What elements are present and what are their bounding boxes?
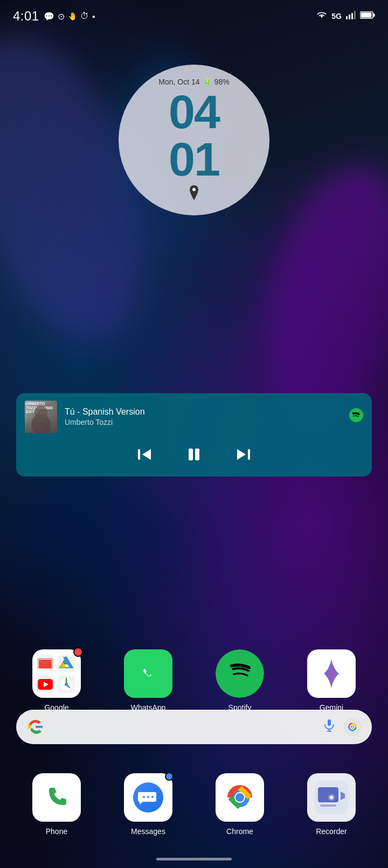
- svg-point-44: [330, 796, 333, 799]
- svg-point-9: [34, 406, 47, 419]
- svg-rect-3: [354, 11, 356, 19]
- chrome-app-label: Chrome: [226, 827, 253, 836]
- svg-rect-13: [195, 449, 199, 460]
- google-app-label: Google: [44, 703, 68, 712]
- google-logo: [27, 718, 44, 736]
- svg-point-10: [349, 408, 363, 422]
- svg-rect-6: [361, 13, 372, 18]
- svg-rect-40: [318, 787, 338, 802]
- google-folder-app[interactable]: Google: [16, 649, 97, 712]
- recorder-app-label: Recorder: [316, 827, 347, 836]
- svg-rect-42: [320, 804, 336, 807]
- clock-hours: 04: [169, 88, 219, 136]
- messages-app[interactable]: Messages: [108, 773, 189, 836]
- phone-app-label: Phone: [46, 827, 67, 836]
- chrome-app[interactable]: Chrome: [199, 773, 280, 836]
- camera-ring-icon: ⊙: [58, 11, 65, 22]
- chrome-icon: [216, 773, 264, 822]
- clock-widget: Mon, Oct 14 🔋 98% 04 01: [119, 65, 269, 215]
- whatsapp-app-label: WhatsApp: [131, 703, 166, 712]
- next-button[interactable]: [235, 446, 252, 467]
- home-indicator[interactable]: [156, 858, 232, 860]
- music-widget: UMBERTO TOZZI GRANDI EXITS Tú - Spanish …: [16, 393, 372, 477]
- spotify-icon: [216, 649, 264, 698]
- messages-badge: [165, 772, 174, 781]
- status-left: 4:01 💬 ⊙ 🤚 ⏱ ●: [13, 9, 95, 24]
- bottom-dock: Phone Messages: [0, 773, 388, 836]
- status-right: 5G: [316, 11, 375, 22]
- message-icon: 💬: [44, 11, 54, 22]
- messages-app-label: Messages: [131, 827, 165, 836]
- recorder-app[interactable]: Recorder: [291, 773, 372, 836]
- gemini-app-label: Gemini: [320, 703, 343, 712]
- prev-button[interactable]: [136, 446, 153, 467]
- svg-rect-12: [189, 449, 193, 460]
- search-bar[interactable]: [16, 710, 372, 744]
- dot-icon: ●: [92, 13, 95, 19]
- pause-button[interactable]: [185, 446, 203, 467]
- signal-icon: [346, 11, 356, 22]
- music-title: Tú - Spanish Version: [65, 407, 342, 417]
- spotify-app[interactable]: Spotify: [199, 649, 280, 712]
- phone-icon: [32, 773, 81, 822]
- gemini-app[interactable]: Gemini: [291, 649, 372, 712]
- svg-point-32: [143, 796, 145, 798]
- clock-battery-icon: 🔋: [203, 78, 211, 86]
- gemini-icon: [307, 649, 356, 698]
- timer-icon: ⏱: [80, 11, 89, 21]
- app-grid: Google WhatsApp Spotify: [0, 649, 388, 712]
- svg-point-29: [65, 683, 68, 686]
- music-text: Tú - Spanish Version Umberto Tozzi: [65, 407, 342, 426]
- hand-icon: 🤚: [68, 12, 77, 20]
- microphone-icon[interactable]: [322, 718, 336, 736]
- phone-app[interactable]: Phone: [16, 773, 97, 836]
- svg-rect-1: [349, 15, 350, 19]
- music-artist: Umberto Tozzi: [65, 418, 342, 426]
- status-time: 4:01: [13, 9, 39, 24]
- clock-minutes: 01: [169, 136, 219, 183]
- svg-rect-0: [346, 16, 348, 19]
- whatsapp-app[interactable]: WhatsApp: [108, 649, 189, 712]
- svg-rect-11: [138, 449, 140, 460]
- google-lens-icon[interactable]: [344, 718, 361, 736]
- status-icons: 💬 ⊙ 🤚 ⏱ ●: [44, 11, 95, 22]
- music-controls: [16, 440, 372, 477]
- clock-location-pin: [188, 185, 200, 203]
- messages-icon: [124, 773, 172, 822]
- spotify-badge-icon: [349, 408, 363, 425]
- svg-rect-14: [248, 449, 250, 460]
- music-info-row: UMBERTO TOZZI GRANDI EXITS Tú - Spanish …: [16, 393, 372, 440]
- spotify-app-label: Spotify: [228, 703, 252, 712]
- whatsapp-icon: [124, 649, 172, 698]
- notification-badge-google: [73, 647, 83, 657]
- status-bar: 4:01 💬 ⊙ 🤚 ⏱ ● 5G: [0, 0, 388, 32]
- wifi-icon: [316, 11, 327, 22]
- svg-rect-15: [328, 719, 331, 726]
- 5g-icon: 5G: [331, 12, 342, 20]
- svg-point-33: [147, 796, 149, 798]
- music-album-art: UMBERTO TOZZI GRANDI EXITS: [25, 401, 57, 433]
- recorder-icon: [307, 773, 356, 822]
- svg-point-7: [192, 188, 196, 191]
- svg-point-38: [235, 793, 244, 802]
- svg-rect-5: [373, 13, 375, 17]
- svg-point-34: [151, 796, 154, 798]
- battery-icon: [360, 11, 375, 21]
- svg-rect-2: [351, 13, 353, 19]
- google-folder-icon: [32, 649, 81, 698]
